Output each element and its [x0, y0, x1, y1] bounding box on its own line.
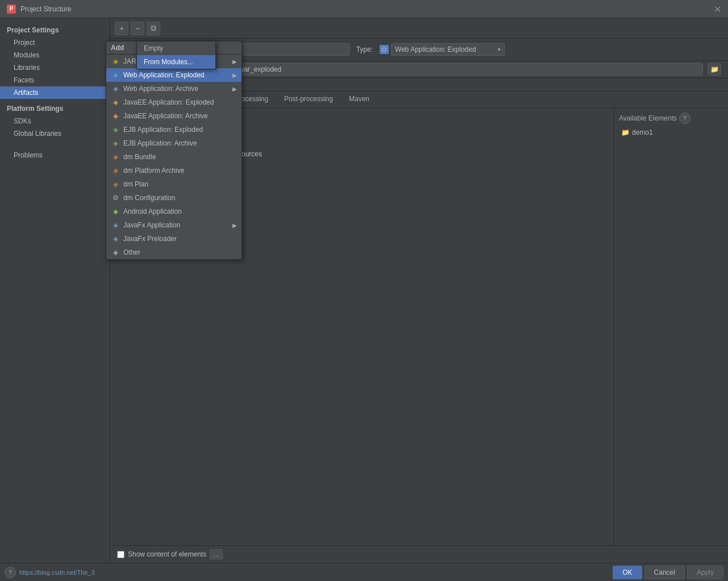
menu-item-javafx-preloader[interactable]: ◈ JavaFx Preloader: [106, 232, 242, 246]
other-icon: ◈: [111, 248, 120, 257]
dm-platform-archive-icon: ◈: [111, 166, 120, 175]
sidebar-item-problems[interactable]: Problems: [0, 149, 110, 161]
menu-item-ejb-exploded[interactable]: ◈ EJB Application: Exploded: [106, 123, 242, 136]
menu-item-dm-platform-archive[interactable]: ◈ dm Platform Archive: [106, 164, 242, 177]
sidebar-item-libraries[interactable]: Libraries: [0, 61, 110, 74]
web-archive-icon: ◈: [111, 84, 120, 93]
show-content-checkbox[interactable]: [117, 551, 124, 558]
copy-artifact-button[interactable]: ⧉: [147, 22, 160, 35]
menu-item-android-application[interactable]: ◈ Android Application: [106, 205, 242, 218]
close-button[interactable]: ✕: [714, 3, 721, 14]
ejb-exploded-icon: ◈: [111, 125, 120, 134]
project-settings-label: Project Settings: [0, 23, 110, 36]
type-label: Type:: [356, 45, 373, 53]
sidebar-item-project[interactable]: Project: [0, 36, 110, 49]
menu-item-javafx-application[interactable]: ◈ JavaFx Application ▶: [106, 218, 242, 232]
platform-settings-label: Platform Settings: [0, 99, 110, 115]
web-exploded-submenu-arrow: ▶: [232, 72, 237, 78]
javaee-archive-icon: ◈: [111, 111, 120, 121]
help-button[interactable]: ?: [5, 567, 16, 578]
sidebar-item-artifacts[interactable]: Artifacts: [0, 86, 110, 99]
footer-left: ? https://blog.csdn.net/The_3: [5, 567, 95, 578]
javaee-exploded-icon: ◈: [111, 98, 120, 107]
footer: ? https://blog.csdn.net/The_3 OK Cancel …: [0, 563, 728, 581]
type-icon: ⬡: [380, 45, 389, 54]
javafx-app-icon: ◈: [111, 221, 120, 230]
android-icon: ◈: [111, 207, 120, 216]
sidebar-item-sdks[interactable]: SDKs: [0, 115, 110, 127]
show-content-label: Show content of elements: [128, 550, 206, 558]
dm-bundle-icon: ◈: [111, 152, 120, 161]
app-icon: P: [7, 5, 16, 14]
remove-artifact-button[interactable]: −: [131, 22, 144, 35]
menu-item-web-archive[interactable]: ◈ Web Application: Archive ▶: [106, 82, 242, 96]
sidebar-item-global-libraries[interactable]: Global Libraries: [0, 127, 110, 140]
ejb-archive-icon: ◈: [111, 139, 120, 148]
jar-submenu-arrow: ▶: [232, 59, 237, 65]
menu-item-other[interactable]: ◈ Other: [106, 246, 242, 259]
dm-config-icon: ⚙: [111, 193, 120, 202]
menu-item-dm-bundle[interactable]: ◈ dm Bundle: [106, 150, 242, 164]
menu-item-ejb-archive[interactable]: ◈ EJB Application: Archive: [106, 136, 242, 150]
menu-item-dm-plan[interactable]: ◈ dm Plan: [106, 177, 242, 191]
demo1-folder-icon: 📁: [621, 128, 630, 136]
cancel-button[interactable]: Cancel: [644, 566, 685, 579]
show-content-options-button[interactable]: ...: [210, 549, 223, 559]
ok-button[interactable]: OK: [613, 566, 642, 579]
menu-item-dm-configuration[interactable]: ⚙ dm Configuration: [106, 191, 242, 205]
title-bar: P Project Structure ✕: [0, 0, 728, 18]
dm-plan-icon: ◈: [111, 180, 120, 189]
web-exploded-submenu: Empty From Modules...: [136, 41, 216, 69]
javafx-preloader-icon: ◈: [111, 234, 120, 243]
sidebar: Project Settings Project Modules Librari…: [0, 18, 110, 563]
available-elements-panel: Available Elements ? 📁 demo1: [614, 108, 728, 545]
submenu-empty[interactable]: Empty: [137, 42, 215, 55]
apply-button[interactable]: Apply: [687, 566, 723, 579]
project-structure-dialog: P Project Structure ✕ Project Settings P…: [0, 0, 728, 581]
type-select-wrapper: ⬡ Web Application: Exploded: [380, 43, 505, 56]
tab-maven[interactable]: Maven: [341, 92, 377, 107]
menu-item-javaee-exploded[interactable]: ◈ JavaEE Application: Exploded: [106, 96, 242, 109]
title-bar-text: Project Structure: [20, 5, 71, 13]
show-content-row: Show content of elements ...: [110, 545, 728, 563]
sidebar-item-facets[interactable]: Facets: [0, 74, 110, 86]
type-select[interactable]: Web Application: Exploded: [391, 43, 505, 56]
artifacts-toolbar: + − ⧉: [110, 18, 728, 39]
tab-post-processing[interactable]: Post-processing: [276, 92, 341, 107]
submenu-from-modules[interactable]: From Modules...: [137, 55, 215, 69]
web-exploded-icon: ◈: [111, 70, 120, 80]
sidebar-item-modules[interactable]: Modules: [0, 49, 110, 61]
jar-icon: ◈: [111, 57, 120, 66]
add-menu: Add ◈ JAR ▶ ◈ Web Application: Exploded …: [106, 41, 242, 260]
add-artifact-button[interactable]: +: [115, 22, 128, 35]
status-url: https://blog.csdn.net/The_3: [19, 569, 95, 576]
browse-output-button[interactable]: 📁: [708, 63, 721, 76]
javafx-submenu-arrow: ▶: [232, 222, 237, 229]
footer-buttons: OK Cancel Apply: [613, 566, 723, 579]
available-elements-help[interactable]: ?: [679, 113, 690, 124]
menu-item-javaee-archive[interactable]: ◈ JavaEE Application: Archive: [106, 109, 242, 123]
menu-item-web-exploded[interactable]: ◈ Web Application: Exploded ▶: [106, 68, 242, 82]
web-archive-submenu-arrow: ▶: [232, 86, 237, 92]
available-elements-title: Available Elements ?: [619, 113, 723, 124]
available-element-demo1[interactable]: 📁 demo1: [619, 127, 723, 138]
